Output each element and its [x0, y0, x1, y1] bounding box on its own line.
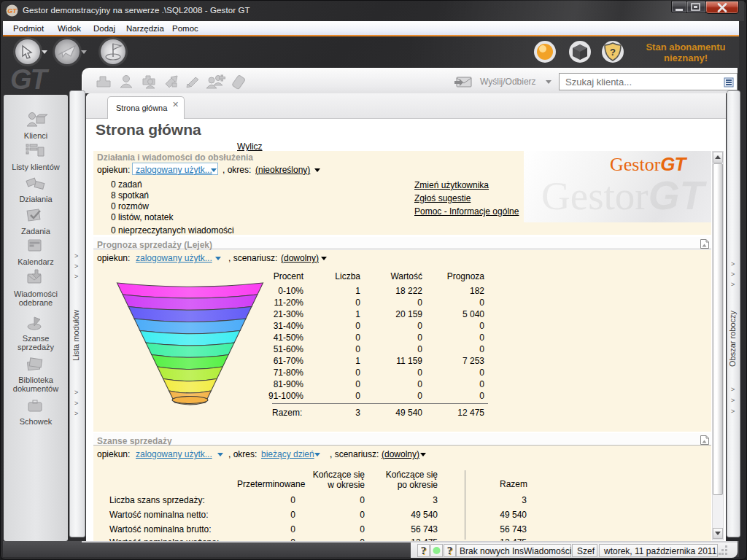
svg-text:?: ? [421, 545, 427, 556]
svg-text:?: ? [447, 545, 453, 556]
